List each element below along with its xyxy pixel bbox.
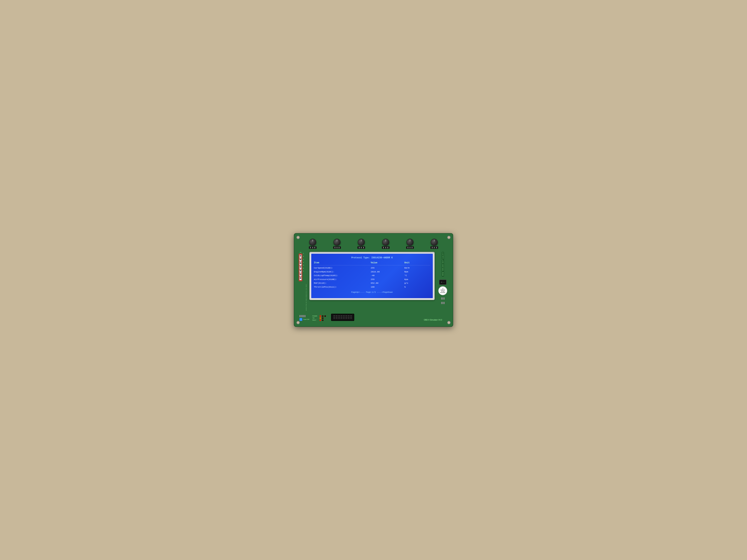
header-pin (441, 297, 442, 300)
obd-pin (345, 318, 347, 319)
dip-6[interactable] (300, 273, 302, 276)
obd-pin (336, 318, 338, 319)
lcd-value-5: 100 (371, 285, 404, 289)
pot-base-5 (406, 246, 414, 249)
lcd-item-2: ColdLiqdTemp(0105): (314, 274, 371, 277)
pot-2[interactable] (333, 239, 341, 249)
lcd-value-4: 652.80 (371, 281, 404, 285)
lcd-unit-2: °C (404, 274, 430, 277)
led-power-row: POWER (312, 315, 326, 317)
pot-pin (436, 247, 437, 248)
obd-pin (336, 316, 338, 317)
dip-4[interactable] (300, 266, 302, 269)
pot-pin (410, 247, 410, 248)
lcd-value-2: -40 (371, 274, 404, 277)
led-fault-1 (319, 319, 321, 321)
pot-pin (335, 247, 335, 248)
header-pin (444, 302, 445, 304)
lcd-item-1: EngineRpm(010C): (314, 270, 371, 274)
protocol-line: Protocol Type: ISO14230-4ADDR K (314, 256, 430, 260)
lcd-container: Protocol Type: ISO14230-4ADDR K Item Val… (309, 252, 435, 300)
obd-connector (331, 314, 354, 321)
header-pin (442, 302, 443, 304)
lcd-data-row-1: EngineRpm(010C): 2816.00 Rpm (314, 270, 430, 274)
pcb-board: ON (294, 233, 453, 327)
lcd-data-row-0: CarSpeed(010D): 255 Km/H (314, 266, 430, 270)
led-tr-label: T/R (312, 317, 319, 319)
pot-6[interactable] (430, 239, 438, 249)
header-pins-right (441, 297, 445, 300)
obd-pin (345, 316, 347, 317)
pot-base-3 (357, 246, 365, 249)
dip-2[interactable] (300, 258, 302, 262)
pot-knob-3[interactable] (358, 239, 365, 246)
pot-5[interactable] (406, 239, 414, 249)
obd-pin (333, 316, 335, 317)
pot-knob-4[interactable] (382, 239, 389, 246)
dip-1[interactable] (300, 255, 302, 258)
power-switch[interactable]: O — (439, 279, 446, 285)
left-section: ON (299, 252, 307, 311)
led-power-2 (322, 315, 324, 317)
lcd-value-1: 2816.00 (371, 270, 404, 274)
pot-pin (385, 247, 386, 248)
header-pin (300, 315, 300, 317)
bottom-section: Fault SW POWER T/R FAULT (299, 314, 448, 321)
pot-4[interactable] (382, 239, 390, 249)
lcd-unit-4: g/s (404, 281, 430, 285)
pot-1[interactable] (309, 239, 317, 249)
fault-sw-label: Fault SW (303, 319, 309, 320)
pot-knob-5[interactable] (407, 239, 413, 246)
lcd-header-row: Item Value Unit (314, 261, 430, 265)
lcd-data-rows: CarSpeed(010D): 255 Km/H EngineRpm(010C)… (314, 266, 430, 289)
pot-pin (339, 247, 339, 248)
col-header-item: Item (314, 261, 371, 265)
pot-base-4 (382, 246, 390, 249)
pot-pin (387, 247, 388, 248)
obd-pin (343, 318, 345, 319)
obd-connector-area (331, 314, 354, 321)
pot-base-6 (430, 246, 438, 249)
pot-pin (383, 247, 384, 248)
lcd-item-5: ThrottlePos(0111): (314, 285, 371, 289)
led-tr-row: T/R (312, 317, 326, 319)
header-pin (305, 315, 306, 317)
pin-labels-vertical: GND VCC CLK MOSI RES DC BLK MISO (299, 284, 307, 311)
pot-pin (314, 247, 315, 248)
pot-pin (337, 247, 337, 248)
header-pins-right2 (441, 302, 445, 304)
mount-hole-tr (447, 236, 450, 239)
pot-base-2 (333, 246, 341, 249)
dip-switch-block[interactable] (299, 254, 302, 281)
header-pin (302, 315, 303, 317)
led-tr-1 (319, 317, 321, 319)
obd-pin (340, 316, 342, 317)
lcd-item-4: MAF(0110): (314, 281, 371, 285)
dip-3[interactable] (300, 262, 302, 265)
dip-5[interactable] (300, 269, 302, 273)
potentiometer-row (299, 239, 448, 249)
pot-3[interactable] (357, 239, 365, 249)
lcd-value-0: 255 (371, 266, 404, 270)
pot-pin (312, 247, 313, 248)
obd-pin (333, 318, 335, 319)
pot-pin (412, 247, 412, 248)
col-header-value: Value (371, 261, 404, 265)
lcd-data-row-3: AirPressure(010B): 255 Kpa (314, 277, 430, 281)
dip-labels: 1 2 3 4 5 6 7 (303, 252, 304, 281)
blue-button[interactable] (300, 318, 302, 321)
header-pins-left-bottom (300, 315, 306, 317)
lcd-value-3: 255 (371, 277, 404, 281)
led-fault-2 (322, 319, 324, 321)
pot-pin (361, 247, 362, 248)
pot-knob-1[interactable] (309, 239, 316, 246)
dip-7[interactable] (300, 277, 302, 280)
lcd-screen: Protocol Type: ISO14230-4ADDR K Item Val… (311, 254, 433, 298)
pot-knob-2[interactable] (334, 239, 340, 246)
obd-pin (338, 316, 340, 317)
pot-knob-6[interactable] (431, 239, 438, 246)
mount-hole-bl (297, 321, 300, 324)
lcd-unit-3: Kpa (404, 277, 430, 281)
lcd-unit-1: Rpm (404, 270, 430, 274)
lcd-item-3: AirPressure(010B): (314, 277, 371, 281)
